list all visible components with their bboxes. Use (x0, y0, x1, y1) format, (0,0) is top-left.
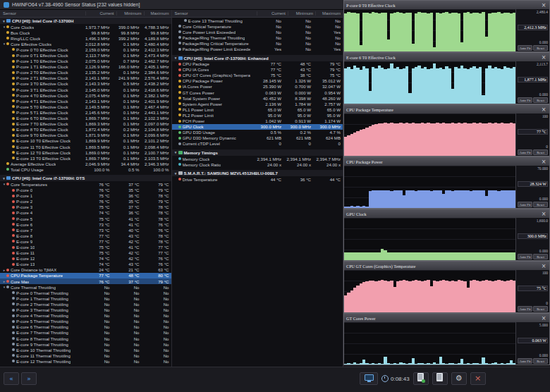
sensor-row[interactable]: E-core 11 T0 Effective Clock1,869.5 MHz0… (0, 144, 171, 149)
sensor-row[interactable]: E-core 977 °C42 °C78 °C (0, 238, 171, 244)
sensor-row[interactable]: Package/Ring Power Limit ExceededYesNoYe… (172, 46, 343, 51)
sensor-row[interactable]: Total System Power40.452 W8.398 W48.260 … (172, 95, 343, 101)
sensor-row[interactable]: CPU Package77 °C48 °C79 °C (172, 61, 343, 67)
sensor-row[interactable]: P-core 4 T0 Effective Clock2,075.4 MHz0.… (0, 92, 171, 98)
auto-fit-button[interactable]: Auto Fit (518, 97, 532, 103)
sensor-row[interactable]: P-core 2 T0 Effective Clock2,135.2 MHz0.… (0, 70, 171, 75)
sensor-row[interactable]: E-core 9 T0 Effective Clock1,871.9 MHz0.… (0, 133, 171, 138)
sensor-row[interactable]: GPU D3D Memory Dynamic621 MB621 MB624 MB (172, 135, 343, 141)
sensor-row[interactable]: P-core 375 °C37 °C78 °C (0, 204, 171, 210)
remote-monitor-button[interactable] (360, 372, 378, 385)
sensor-row[interactable]: E-core 8 Thermal ThrottlingNoNoNo (0, 336, 171, 341)
reset-button[interactable]: Reset (533, 358, 548, 364)
column-header-current[interactable]: Current (257, 11, 288, 16)
sensor-row[interactable]: P-core 5 T1 Effective Clock2,145.6 MHz0.… (0, 109, 171, 115)
sensor-row[interactable]: P-core 1 T1 Effective Clock2,126.9 MHz16… (0, 64, 171, 70)
table-header[interactable]: Sensor Current Minimum Maximum (172, 10, 343, 18)
sensor-row[interactable]: E-core 7 Thermal ThrottlingNoNoNo (0, 330, 171, 336)
sensor-row[interactable]: Ring/LLC Clock1,496.3 MHz399.2 MHz4,189.… (0, 35, 171, 41)
sensor-row[interactable]: ▾Core Effective Clocks2,012.8 MHz0.1 MHz… (0, 41, 171, 47)
reset-button[interactable]: Reset (533, 97, 548, 103)
reset-button[interactable]: Reset (533, 149, 548, 155)
settings-button[interactable]: ⚙ (451, 372, 467, 385)
auto-fit-button[interactable]: Auto Fit (518, 149, 532, 155)
graph-close-icon[interactable]: × (540, 2, 547, 8)
sensor-row[interactable]: P-core 1 T0 Effective Clock2,075.0 MHz0.… (0, 59, 171, 64)
graph-close-icon[interactable]: × (540, 263, 547, 269)
sensor-section-header[interactable]: ▾Memory Timings (172, 149, 343, 156)
sensor-row[interactable]: PL1 Power Limit65.0 W65.0 W65.0 W (172, 106, 343, 112)
expand-panels-button[interactable]: » (21, 372, 37, 385)
sensor-row[interactable]: PCH Power1.042 W0.913 W1.174 W (172, 118, 343, 124)
graph-close-icon[interactable]: × (540, 159, 547, 165)
sensor-row[interactable]: P-core 5 T0 Effective Clock2,149.5 MHz0.… (0, 104, 171, 109)
sensor-row[interactable]: E-core 9 Thermal ThrottlingNoNoNo (0, 341, 171, 347)
sensor-row[interactable]: P-core 4 T1 Effective Clock2,143.1 MHz0.… (0, 98, 171, 104)
sensor-row[interactable]: P-core 0 T0 Effective Clock2,159.0 MHz0.… (0, 47, 171, 52)
auto-fit-button[interactable]: Auto Fit (518, 358, 532, 364)
graph-close-icon[interactable]: × (540, 315, 547, 321)
auto-fit-button[interactable]: Auto Fit (518, 254, 532, 259)
report-button[interactable] (432, 372, 448, 385)
graph-title-bar[interactable]: CPU Package Power× (344, 157, 549, 166)
sensor-row[interactable]: ▸Core Distance to TjMAX24 °C21 °C63 °C (0, 267, 171, 273)
sensor-row[interactable]: P-core 076 °C35 °C79 °C (0, 188, 171, 193)
column-header-minimum[interactable]: Minimum (288, 11, 315, 16)
graph-title-bar[interactable]: GPU Clock× (344, 209, 549, 218)
sensor-row[interactable]: Package/Ring Thermal ThrottlingNoNoNo (172, 35, 343, 40)
graph-close-icon[interactable]: × (540, 106, 547, 113)
sensor-row[interactable]: E-core 1175 °C42 °C77 °C (0, 250, 171, 256)
column-header-maximum[interactable]: Maximum (144, 11, 171, 16)
sensor-row[interactable]: P-core 0 T1 Effective Clock2,113.7 MHz0.… (0, 52, 171, 58)
sensor-row[interactable]: E-core 8 T0 Effective Clock1,872.4 MHz0.… (0, 127, 171, 133)
sensor-row[interactable]: E-core 13 Thermal ThrottlingNoNoNo (172, 18, 343, 23)
sensor-row[interactable]: E-core 10 Thermal ThrottlingNoNoNo (0, 347, 171, 353)
column-header-maximum[interactable]: Maximum (315, 11, 343, 16)
sensor-row[interactable]: P-core 3 Thermal ThrottlingNoNoNo (0, 307, 171, 313)
auto-fit-button[interactable]: Auto Fit (518, 45, 532, 51)
sensor-row[interactable]: CPU IA Cores77 °C43 °C79 °C (172, 67, 343, 73)
sensor-row[interactable]: P-core 3 T0 Effective Clock2,143.3 MHz0.… (0, 81, 171, 87)
graph-title-bar[interactable]: CPU Package Temperature× (344, 105, 549, 114)
sensor-row[interactable]: E-core 6 T0 Effective Clock1,869.7 MHz0.… (0, 116, 171, 121)
sensor-row[interactable]: Drive Temperature44 °C36 °C44 °C (172, 176, 343, 182)
sensor-row[interactable]: PL2 Power Limit95.0 W95.0 W95.0 W (172, 112, 343, 118)
sensor-row[interactable]: E-core 1075 °C41 °C77 °C (0, 244, 171, 250)
collapse-panels-button[interactable]: « (4, 372, 19, 385)
sensor-row[interactable]: P-core 3 T1 Effective Clock2,145.0 MHz0.… (0, 87, 171, 92)
reset-button[interactable]: Reset (533, 202, 548, 207)
sensor-row[interactable]: Package/Ring Critical TemperatureNoNoNo (172, 40, 343, 46)
logging-start-button[interactable] (413, 372, 429, 385)
collapse-arrow-icon[interactable]: ▾ (173, 150, 178, 154)
column-header-sensor[interactable]: Sensor (0, 11, 85, 16)
sensor-row[interactable]: E-core 773 °C40 °C76 °C (0, 227, 171, 233)
close-sensors-button[interactable]: × (470, 372, 486, 385)
sensor-row[interactable]: E-core 6 Thermal ThrottlingNoNoNo (0, 324, 171, 330)
sensor-row[interactable]: ▸Core Max76 °C37 °C79 °C (0, 278, 171, 284)
graph-close-icon[interactable]: × (540, 54, 547, 61)
sensor-row[interactable]: IA Cores Power25.390 W0.700 W32.047 W (172, 84, 343, 90)
sensor-row[interactable]: E-core 11 Thermal ThrottlingNoNoNo (0, 353, 171, 358)
sensor-row[interactable]: P-core 474 °C36 °C78 °C (0, 210, 171, 216)
sensor-row[interactable]: E-core 10 T0 Effective Clock1,869.9 MHz0… (0, 138, 171, 144)
sensor-section-header[interactable]: ▾S.M.A.R.T.: SAMSUNG MZVL4512HBLU-00BL7 (172, 170, 343, 176)
sensor-row[interactable]: Total CPU Usage100.0 %0.5 %100.0 % (0, 166, 171, 172)
sensor-row[interactable]: ▾Core Clocks1,973.7 MHz399.0 MHz4,788.3 … (0, 24, 171, 30)
sensor-row[interactable]: GPU D3D Usage0.5 %0.2 %4.7 % (172, 130, 343, 135)
sensor-section-header[interactable]: ▾CPU [#0]: Intel Core i7-13700H: Enhance… (172, 55, 343, 61)
sensor-row[interactable]: P-core 175 °C36 °C78 °C (0, 193, 171, 199)
sensor-row[interactable]: CPU GT Cores (Graphics) Temperature75 °C… (172, 73, 343, 78)
auto-fit-button[interactable]: Auto Fit (518, 306, 532, 312)
sensor-row[interactable]: P-core 1 Thermal ThrottlingNoNoNo (0, 295, 171, 301)
sensor-row[interactable]: P-core 575 °C41 °C78 °C (0, 216, 171, 221)
auto-fit-button[interactable]: Auto Fit (518, 202, 532, 207)
sensor-row[interactable]: Average Effective Clock2,046.9 MHz34.4 M… (0, 161, 171, 166)
graph-close-icon[interactable]: × (540, 211, 547, 217)
collapse-arrow-icon[interactable]: ▾ (1, 19, 6, 23)
sensor-row[interactable]: E-core 7 T0 Effective Clock1,869.3 MHz0.… (0, 121, 171, 127)
sensor-row[interactable]: E-core 1274 °C42 °C76 °C (0, 256, 171, 262)
sensor-row[interactable]: E-core 673 °C41 °C76 °C (0, 221, 171, 227)
reset-button[interactable]: Reset (533, 254, 548, 259)
sensor-row[interactable]: Memory Clock2,394.1 MHz2,394.1 MHz2,394.… (172, 156, 343, 161)
collapse-arrow-icon[interactable]: ▾ (173, 56, 178, 60)
